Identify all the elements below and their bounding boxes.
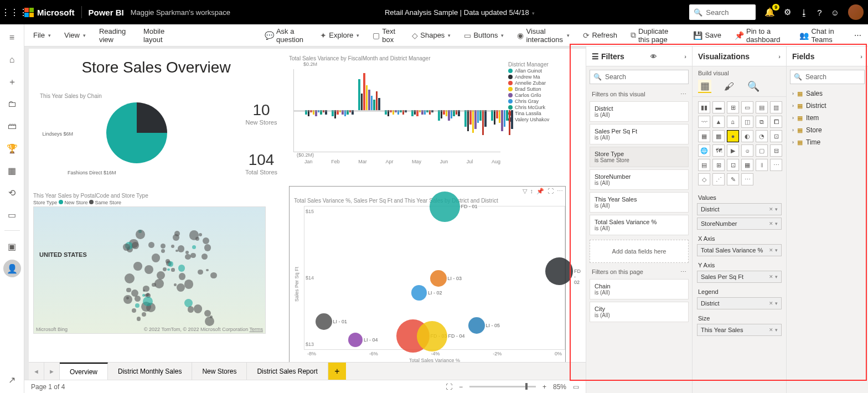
bar-chart[interactable] — [293, 69, 500, 152]
viz-type-chip[interactable]: ● — [727, 130, 739, 142]
well-values-district[interactable]: District✕ ▾ — [697, 203, 782, 215]
filter-icon[interactable]: ▽ — [523, 188, 527, 195]
viz-type-chip[interactable]: ⊟ — [770, 144, 782, 157]
filter-card[interactable]: Districtis (All) — [590, 101, 689, 122]
viz-type-chip[interactable]: ⌾ — [741, 144, 753, 157]
pin-dashboard-button[interactable]: 📌Pin to a dashboard — [728, 24, 793, 46]
user-avatar[interactable] — [848, 4, 864, 20]
filters-visibility-icon[interactable]: 👁 — [650, 53, 657, 60]
filter-card[interactable]: This Year Salesis (All) — [590, 192, 689, 213]
tab-prev-icon[interactable]: ◄ — [29, 363, 44, 380]
map-terms-link[interactable]: Terms — [250, 327, 264, 332]
deployment-icon[interactable]: ⟲ — [3, 184, 21, 201]
report-canvas[interactable]: Store Sales Overview This Year Sales by … — [29, 49, 586, 362]
field-table[interactable]: ›▦Item — [787, 112, 868, 124]
ask-question-button[interactable]: 💬Ask a question — [258, 24, 313, 46]
viz-type-chip[interactable]: ◐ — [741, 130, 753, 142]
viz-type-chip[interactable]: 🗺 — [712, 144, 725, 157]
global-search[interactable]: 🔍 Search — [689, 4, 756, 20]
viz-type-chip[interactable]: ⧉ — [756, 116, 768, 128]
buttons-menu[interactable]: ▭Buttons▾ — [457, 24, 510, 46]
file-menu[interactable]: File▾ — [27, 24, 58, 46]
viz-type-chip[interactable]: ⊡ — [770, 130, 782, 142]
field-table[interactable]: ›▦Time — [787, 136, 868, 148]
viz-type-chip[interactable]: ⊞ — [727, 101, 739, 113]
viz-type-chip[interactable]: 〰 — [698, 116, 710, 128]
create-icon[interactable]: ＋ — [3, 73, 21, 91]
viz-type-chip[interactable]: ▦ — [698, 130, 710, 142]
save-button[interactable]: 💾Save — [686, 24, 728, 46]
viz-type-chip[interactable]: ⋯ — [770, 159, 782, 171]
well-size[interactable]: This Year Sales✕ ▾ — [697, 324, 782, 336]
field-table[interactable]: ›▦District — [787, 100, 868, 112]
fields-collapse-icon[interactable]: › — [860, 53, 862, 60]
tab-new-stores[interactable]: New Stores — [192, 363, 247, 380]
visual-header-actions[interactable]: ▽ ↕ 📌 ⛶ ⋯ — [523, 188, 564, 195]
expand-rail-icon[interactable]: ↗ — [3, 371, 21, 389]
notifications-icon[interactable]: 🔔9 — [764, 7, 775, 17]
fields-search[interactable]: 🔍 Search — [790, 70, 865, 84]
viz-type-chip[interactable]: ▲ — [712, 116, 725, 128]
drill-icon[interactable]: ↕ — [530, 188, 534, 195]
view-menu[interactable]: View▾ — [58, 24, 92, 46]
viz-type-chip[interactable]: ▥ — [770, 101, 782, 113]
field-table[interactable]: ›▦Sales — [787, 87, 868, 100]
home-icon[interactable]: ⌂ — [3, 51, 21, 69]
viz-type-chip[interactable]: ▤ — [698, 159, 710, 171]
well-yaxis[interactable]: Sales Per Sq Ft✕ ▾ — [697, 271, 782, 283]
viz-collapse-icon[interactable]: › — [778, 53, 781, 60]
viz-type-chip[interactable]: 🌐 — [698, 144, 710, 157]
viz-type-chip[interactable]: ◔ — [756, 130, 768, 142]
filters-search[interactable]: 🔍 Search — [590, 70, 689, 84]
browse-icon[interactable]: 🗀 — [3, 95, 21, 113]
viz-type-chip[interactable]: ⋰ — [712, 173, 725, 185]
format-visual-tab[interactable]: 🖌 — [722, 80, 736, 93]
chat-teams-button[interactable]: 👥Chat in Teams — [793, 24, 848, 46]
build-visual-tab[interactable]: ▦ — [698, 80, 711, 93]
pin-visual-icon[interactable]: 📌 — [536, 188, 544, 195]
section-more-icon[interactable]: ⋯ — [680, 91, 686, 98]
well-values-storenumber[interactable]: StoreNumber✕ ▾ — [697, 218, 782, 230]
zoom-out-icon[interactable]: − — [459, 383, 463, 391]
zoom-slider[interactable] — [469, 386, 536, 387]
textbox-button[interactable]: ▢Text box — [366, 24, 405, 46]
data-hub-icon[interactable]: 🗃 — [3, 117, 21, 135]
filter-card[interactable]: Cityis (All) — [590, 302, 689, 322]
map-visual[interactable]: UNITED STATES Microsoft Bing © 2022 TomT… — [33, 206, 266, 334]
filter-card[interactable]: StoreNumberis (All) — [590, 169, 689, 190]
filter-card[interactable]: Store Typeis Same Store — [590, 147, 689, 167]
filters-collapse-icon[interactable]: › — [684, 53, 686, 60]
filter-card[interactable]: Chainis (All) — [590, 279, 689, 299]
viz-type-chip[interactable]: ▶ — [727, 144, 739, 157]
viz-type-chip[interactable]: ⧠ — [770, 116, 782, 128]
viz-type-chip[interactable]: ⊞ — [712, 159, 725, 171]
visualization-picker[interactable]: ▮▮▬⊞▭▤▥〰▲⩍◫⧉⧠▦▩●◐◔⊡🌐🗺▶⌾▢⊟▤⊞⊡▦⫴⋯◇⋰✎⋯ — [693, 97, 786, 190]
viz-type-chip[interactable]: ⊡ — [727, 159, 739, 171]
filter-card[interactable]: Total Sales Variance %is (All) — [590, 215, 689, 235]
download-icon[interactable]: ⭳ — [800, 8, 808, 17]
section-more-icon[interactable]: ⋯ — [680, 268, 686, 276]
learn-icon[interactable]: ▭ — [3, 206, 21, 224]
workspace-name[interactable]: Maggie Sparkman's workspace — [131, 8, 230, 17]
mobile-layout-button[interactable]: Mobile layout — [137, 24, 180, 46]
refresh-button[interactable]: ⟳Refresh — [576, 24, 624, 46]
metrics-icon[interactable]: 🏆 — [3, 139, 21, 157]
visual-interactions-menu[interactable]: ◉Visual interactions▾ — [510, 24, 576, 46]
viz-type-chip[interactable]: ⩍ — [727, 116, 739, 128]
field-table[interactable]: ›▦Store — [787, 124, 868, 136]
fit-page-icon[interactable]: ⛶ — [446, 383, 452, 391]
tab-next-icon[interactable]: ► — [44, 363, 60, 380]
report-title-header[interactable]: Retail Analysis Sample | Data updated 5/… — [230, 8, 689, 17]
workspaces-icon[interactable]: ▣ — [3, 237, 21, 255]
add-filter-fields[interactable]: Add data fields here — [590, 240, 689, 263]
apps-icon[interactable]: ▦ — [3, 162, 21, 179]
viz-type-chip[interactable]: ✎ — [727, 173, 739, 185]
viz-type-chip[interactable]: ▤ — [756, 101, 768, 113]
viz-type-chip[interactable]: ◫ — [741, 116, 753, 128]
toolbar-overflow[interactable]: ⋯ — [848, 24, 868, 46]
scatter-chart[interactable]: $15 $14 $13 FD - 01FD - 02FD - 03FD - 04… — [304, 206, 565, 350]
more-options-icon[interactable]: ⋯ — [557, 188, 563, 195]
well-legend[interactable]: District✕ ▾ — [697, 297, 782, 309]
viz-type-chip[interactable]: ▭ — [741, 101, 753, 113]
tab-district-sales[interactable]: District Sales Report — [247, 363, 328, 380]
